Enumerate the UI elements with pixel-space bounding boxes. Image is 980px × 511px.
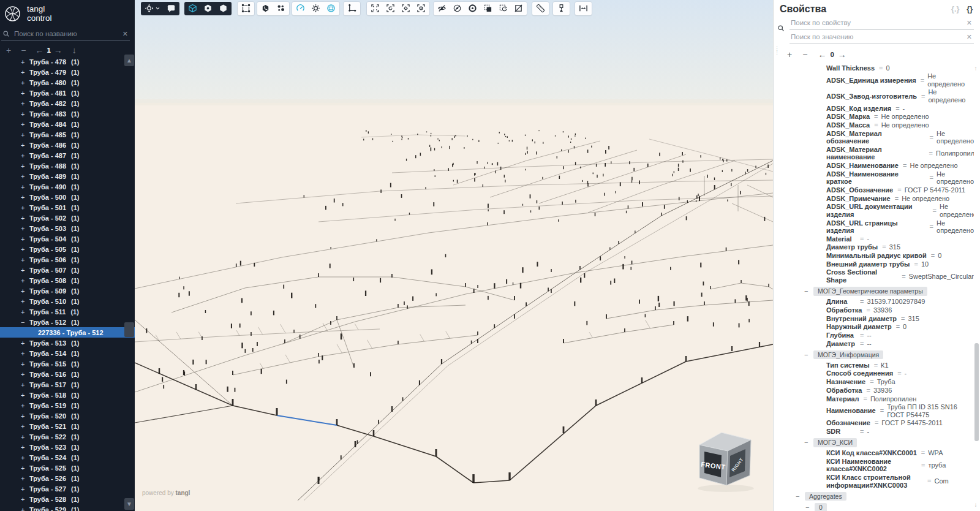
props-scroll-down-button[interactable]: ↓ xyxy=(973,501,979,508)
property-row[interactable]: ADSK_Код изделия=- xyxy=(774,104,974,113)
search-value-input[interactable] xyxy=(790,32,965,41)
tree-expander[interactable]: + xyxy=(21,58,29,66)
tree-item-selected[interactable]: 227336 - Труба - 512 xyxy=(0,327,135,338)
tree-item[interactable]: +Труба - 500(1) xyxy=(0,192,135,202)
paste-off-button[interactable] xyxy=(511,2,526,15)
props-scroll-up-button[interactable]: ↑ xyxy=(973,65,979,72)
hexagon-solid-button[interactable] xyxy=(216,2,231,15)
tree-item[interactable]: +Труба - 504(1) xyxy=(0,233,135,244)
tree-expander[interactable]: + xyxy=(21,392,29,399)
tree-item[interactable]: +Труба - 486(1) xyxy=(0,140,135,150)
tree-expander[interactable]: + xyxy=(21,173,29,180)
braces-dot-icon[interactable]: {.} xyxy=(951,5,959,13)
group-collapse-toggle[interactable]: − xyxy=(804,351,813,359)
tree-item[interactable]: +Труба - 523(1) xyxy=(0,442,135,452)
group-collapse-toggle[interactable]: − xyxy=(805,504,815,511)
tree-expand-button[interactable]: + xyxy=(6,45,11,55)
tree-item[interactable]: +Труба - 505(1) xyxy=(0,244,135,254)
tree-expander[interactable]: + xyxy=(21,110,29,118)
tree-item[interactable]: +Труба - 520(1) xyxy=(0,411,135,421)
search-value-clear-icon[interactable]: ✕ xyxy=(965,33,974,41)
property-row[interactable]: Тип системы=К1 xyxy=(774,361,974,369)
tree-expander[interactable]: + xyxy=(21,225,29,232)
search-property-input[interactable] xyxy=(790,18,965,27)
property-row[interactable]: Обозначение=ГОСТ Р 54475-2011 xyxy=(774,419,974,428)
tree-expander[interactable]: − xyxy=(21,319,29,326)
braces-icon[interactable]: {} xyxy=(967,5,973,13)
search-clear-icon[interactable]: ✕ xyxy=(121,30,130,38)
gear-circle-button[interactable] xyxy=(308,2,323,15)
property-row[interactable]: ADSK_Материал наименование=Полипропилен xyxy=(774,145,974,161)
property-row[interactable]: Длина=31539.7100297849 xyxy=(774,298,974,306)
tree-expander[interactable]: + xyxy=(21,444,29,451)
tree-item[interactable]: +Труба - 485(1) xyxy=(0,129,135,140)
property-row[interactable]: ADSK_Единица измерения=Не определено xyxy=(774,72,974,88)
hide-button[interactable] xyxy=(434,2,450,15)
tree-expander[interactable]: + xyxy=(21,214,29,222)
tree-item[interactable]: +Труба - 526(1) xyxy=(0,473,135,483)
property-row[interactable]: ADSK_Наименование=Не определено xyxy=(774,162,974,170)
orbit-button[interactable] xyxy=(141,2,164,15)
tree-item[interactable]: +Труба - 514(1) xyxy=(0,348,135,358)
tree-expander[interactable]: + xyxy=(21,308,29,316)
tree-item[interactable]: +Труба - 480(1) xyxy=(0,77,135,88)
property-row[interactable]: ADSK_Завод-изготовитель=Не определено xyxy=(774,88,974,104)
tree-expander[interactable]: + xyxy=(21,131,29,138)
tree-expander[interactable]: + xyxy=(21,412,29,420)
group-collapse-toggle[interactable]: − xyxy=(796,493,805,501)
tree-expander[interactable]: + xyxy=(21,350,29,357)
tree-expander[interactable]: + xyxy=(21,89,29,97)
tree-expander[interactable]: + xyxy=(21,339,29,347)
focus-rotate-button[interactable] xyxy=(383,2,398,15)
width-button[interactable] xyxy=(576,2,591,15)
property-row[interactable]: Внутренний диаметр=315 xyxy=(774,314,974,323)
tree-item[interactable]: +Труба - 488(1) xyxy=(0,161,135,171)
focus-gear-button[interactable] xyxy=(398,2,413,15)
tree-prev-button[interactable]: ← xyxy=(35,45,43,55)
tree-expander[interactable]: + xyxy=(21,121,29,128)
paste-add-button[interactable] xyxy=(480,2,496,15)
props-expand-button[interactable]: + xyxy=(787,50,792,59)
hide-circle-button[interactable] xyxy=(450,2,465,15)
cube-wireframe-button[interactable] xyxy=(185,2,200,15)
property-group-chip[interactable]: 0 xyxy=(815,503,827,511)
tree-expander[interactable]: + xyxy=(21,298,29,305)
property-row[interactable]: Наружный диаметр=0 xyxy=(774,323,974,331)
tree-item[interactable]: +Труба - 528(1) xyxy=(0,494,135,504)
tree-expander[interactable]: + xyxy=(21,183,29,191)
property-group-chip[interactable]: МОГЭ_КСИ xyxy=(813,438,857,447)
tree-item[interactable]: +Труба - 519(1) xyxy=(0,400,135,411)
property-row[interactable]: ADSK_Масса=Не определено xyxy=(774,121,974,129)
tree-expander[interactable]: + xyxy=(21,371,29,378)
tree-expander[interactable]: + xyxy=(21,194,29,201)
tree-item[interactable]: +Труба - 518(1) xyxy=(0,390,135,400)
search-by-name-input[interactable] xyxy=(13,29,121,38)
sphere-button[interactable] xyxy=(323,2,339,15)
tree-item[interactable]: +Труба - 524(1) xyxy=(0,452,135,463)
property-row[interactable]: Обработка=33936 xyxy=(774,386,974,395)
property-row[interactable]: КСИ Код класса#XNKC0001=WPA xyxy=(774,449,974,458)
tree-item[interactable]: +Труба - 509(1) xyxy=(0,286,135,296)
paste-refresh-button[interactable] xyxy=(496,2,511,15)
hexagon-small-button[interactable] xyxy=(258,2,273,15)
property-row[interactable]: ADSK_Примечание=Не определено xyxy=(774,194,974,203)
tree-item[interactable]: +Труба - 517(1) xyxy=(0,379,135,390)
property-row[interactable]: Material=- xyxy=(774,235,974,243)
tree-item[interactable]: +Труба - 510(1) xyxy=(0,296,135,306)
tree-item[interactable]: +Труба - 507(1) xyxy=(0,265,135,275)
tree-item[interactable]: +Труба - 483(1) xyxy=(0,108,135,119)
props-prev-button[interactable]: ← xyxy=(818,50,826,59)
tree-expander[interactable]: + xyxy=(21,277,29,284)
props-next-button[interactable]: → xyxy=(838,50,846,59)
tree-item[interactable]: +Труба - 525(1) xyxy=(0,463,135,473)
property-row[interactable]: Минимальный радиус кривой=0 xyxy=(774,252,974,260)
tree-item[interactable]: +Труба - 478(1) xyxy=(0,56,135,67)
tree-item[interactable]: −Труба - 512(1) xyxy=(0,317,135,327)
sidebar-scroll-up-button[interactable]: ▲ xyxy=(124,55,134,66)
fit-view-button[interactable] xyxy=(368,2,383,15)
tree-item[interactable]: +Труба - 513(1) xyxy=(0,338,135,348)
group-collapse-toggle[interactable]: − xyxy=(804,287,813,295)
property-row[interactable]: ADSK_URL страницы изделия=Не определено xyxy=(774,219,974,235)
tree-item[interactable]: +Труба - 479(1) xyxy=(0,67,135,77)
tree-item[interactable]: +Труба - 511(1) xyxy=(0,306,135,317)
